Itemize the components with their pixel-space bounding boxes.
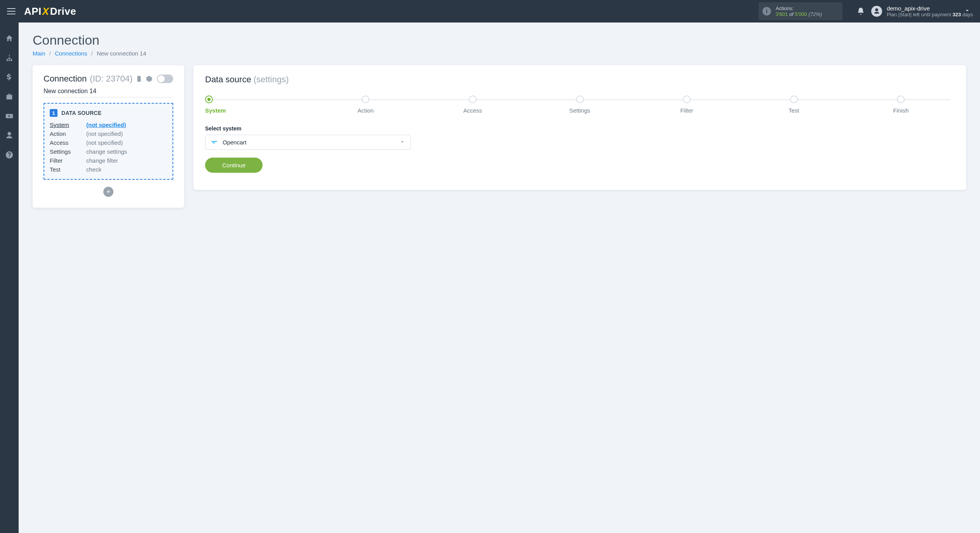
home-icon[interactable] xyxy=(5,34,14,43)
data-source-number: 1 xyxy=(50,109,57,117)
gear-icon[interactable] xyxy=(146,75,153,82)
chevron-down-icon[interactable] xyxy=(964,7,971,16)
breadcrumb: Main / Connections / New connection 14 xyxy=(33,50,966,57)
step-access[interactable]: Access xyxy=(419,95,526,114)
help-icon[interactable] xyxy=(5,151,14,159)
opencart-icon xyxy=(210,140,218,145)
step-dot xyxy=(362,95,369,103)
user-icon[interactable] xyxy=(5,131,14,140)
row-key-settings[interactable]: Settings xyxy=(50,148,86,155)
crumb-main[interactable]: Main xyxy=(33,50,45,57)
system-select-value: Opencart xyxy=(223,139,247,146)
info-icon: i xyxy=(762,7,771,16)
row-val-access: (not specified) xyxy=(86,139,167,146)
step-test[interactable]: Test xyxy=(740,95,848,114)
connection-name[interactable]: New connection 14 xyxy=(44,88,173,97)
bell-icon[interactable] xyxy=(856,7,865,16)
select-system-label: Select system xyxy=(205,125,954,132)
user-menu[interactable]: demo_apix-drive Plan |Start| left until … xyxy=(871,5,973,17)
step-dot xyxy=(683,95,691,103)
system-select[interactable]: Opencart xyxy=(205,135,411,150)
logo-x: X xyxy=(42,5,49,17)
step-finish[interactable]: Finish xyxy=(847,95,954,114)
connection-id: (ID: 23704) xyxy=(90,74,132,84)
row-val-test[interactable]: check xyxy=(86,166,167,173)
briefcase-icon[interactable] xyxy=(5,92,14,101)
step-label: Settings xyxy=(569,107,590,114)
actions-label: Actions: xyxy=(776,5,836,11)
user-plan: Plan |Start| left until payment 323 days xyxy=(887,12,973,17)
step-label: Access xyxy=(463,107,482,114)
menu-toggle[interactable] xyxy=(7,8,16,14)
user-name: demo_apix-drive xyxy=(887,5,973,12)
step-label: Finish xyxy=(893,107,909,114)
data-source-label: DATA SOURCE xyxy=(61,110,101,116)
step-filter[interactable]: Filter xyxy=(633,95,740,114)
step-dot xyxy=(790,95,798,103)
logo[interactable]: APIXDrive xyxy=(24,5,76,17)
row-key-system[interactable]: System xyxy=(50,122,86,128)
youtube-icon[interactable] xyxy=(5,112,14,120)
logo-suffix: Drive xyxy=(50,5,77,17)
topbar: APIXDrive i Actions: 3'601 of 5'000 (72%… xyxy=(0,0,980,23)
logo-prefix: API xyxy=(24,5,42,17)
actions-value: 3'601 of 5'000 (72%) xyxy=(776,11,836,17)
data-source-card: Data source (settings) SystemActionAcces… xyxy=(193,65,966,190)
dollar-icon[interactable] xyxy=(5,73,14,82)
crumb-connections[interactable]: Connections xyxy=(55,50,87,57)
step-label: Filter xyxy=(680,107,693,114)
continue-button[interactable]: Continue xyxy=(205,158,263,173)
data-source-heading: Data source (settings) xyxy=(205,75,954,85)
step-label: Test xyxy=(789,107,799,114)
chevron-down-icon xyxy=(400,139,405,146)
connection-toggle[interactable] xyxy=(157,75,173,83)
stepper: SystemActionAccessSettingsFilterTestFini… xyxy=(205,95,954,114)
row-val-filter[interactable]: change filter xyxy=(86,157,167,164)
row-key-action[interactable]: Action xyxy=(50,130,86,137)
connection-card: Connection (ID: 23704) New connection 14… xyxy=(33,65,184,208)
step-settings[interactable]: Settings xyxy=(526,95,634,114)
row-val-system[interactable]: (not specified) xyxy=(86,122,167,128)
step-label: Action xyxy=(358,107,374,114)
connection-title: Connection xyxy=(44,74,87,84)
main-content: Connection Main / Connections / New conn… xyxy=(19,23,980,533)
step-dot xyxy=(897,95,905,103)
row-key-filter[interactable]: Filter xyxy=(50,157,86,164)
step-dot xyxy=(205,95,213,103)
step-label: System xyxy=(205,107,226,114)
row-key-test[interactable]: Test xyxy=(50,166,86,173)
step-dot xyxy=(469,95,477,103)
step-dot xyxy=(576,95,584,103)
crumb-current: New connection 14 xyxy=(97,50,146,57)
step-system[interactable]: System xyxy=(205,95,312,114)
row-key-access[interactable]: Access xyxy=(50,139,86,146)
sitemap-icon[interactable] xyxy=(5,54,14,62)
row-val-action: (not specified) xyxy=(86,130,167,137)
document-icon[interactable] xyxy=(136,75,143,82)
avatar-icon xyxy=(871,6,882,17)
add-destination-button[interactable]: + xyxy=(103,187,113,197)
data-source-box: 1 DATA SOURCE System (not specified) Act… xyxy=(44,103,173,180)
sidebar xyxy=(0,23,19,533)
page-title: Connection xyxy=(33,33,966,48)
step-action[interactable]: Action xyxy=(312,95,420,114)
actions-counter[interactable]: i Actions: 3'601 of 5'000 (72%) xyxy=(759,2,842,20)
row-val-settings[interactable]: change settings xyxy=(86,148,167,155)
